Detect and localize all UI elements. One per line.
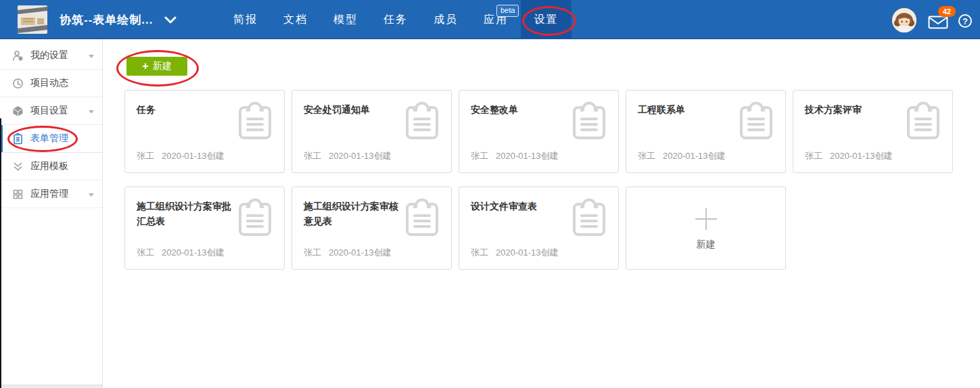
card-created: 2020-01-13创建 xyxy=(329,151,392,161)
beta-badge: beta xyxy=(496,5,519,17)
sidebar-item-app-management[interactable]: 应用管理 xyxy=(0,180,102,208)
card-meta: 张工2020-01-13创建 xyxy=(137,247,225,259)
app-window: 协筑--表单绘制... 简报 文档 模型 任务 成员 应用 设置 beta xyxy=(0,0,980,388)
form-icon xyxy=(12,133,24,145)
help-button[interactable]: ? xyxy=(958,14,972,28)
card-created: 2020-01-13创建 xyxy=(496,151,559,161)
sidebar-item-project-activity[interactable]: 项目动态 xyxy=(0,70,102,97)
project-title: 协筑--表单绘制... xyxy=(60,12,154,28)
card-meta: 张工2020-01-13创建 xyxy=(471,247,559,259)
clipboard-icon xyxy=(572,198,606,239)
card-meta: 张工2020-01-13创建 xyxy=(304,150,392,162)
form-card-safety-rectification[interactable]: 安全整改单 张工2020-01-13创建 xyxy=(459,90,619,173)
settings-sidebar: 我的设置 项目动态 项目设置 表单管理 xyxy=(0,39,103,388)
sidebar-item-label: 表单管理 xyxy=(30,132,68,145)
card-title: 施工组织设计方案审核意见表 xyxy=(304,199,405,228)
nav-tab-documents[interactable]: 文档 xyxy=(271,0,321,39)
nav-tab-models[interactable]: 模型 xyxy=(321,0,371,39)
sidebar-item-app-templates[interactable]: 应用模板 xyxy=(0,153,102,180)
form-card-project-contact[interactable]: 工程联系单 张工2020-01-13创建 xyxy=(626,90,786,173)
sidebar-item-label: 应用模板 xyxy=(30,160,68,172)
card-meta: 张工2020-01-13创建 xyxy=(471,150,559,162)
sidebar-scrollbar-track[interactable] xyxy=(0,385,102,388)
card-owner: 张工 xyxy=(471,151,488,161)
card-meta: 张工2020-01-13创建 xyxy=(805,150,893,162)
card-meta: 张工2020-01-13创建 xyxy=(638,150,726,162)
cube-icon xyxy=(12,105,24,117)
form-card-construction-approval-summary[interactable]: 施工组织设计方案审批汇总表 张工2020-01-13创建 xyxy=(124,187,285,270)
plus-icon: + xyxy=(142,61,148,72)
card-title: 安全整改单 xyxy=(471,103,572,118)
form-card-grid: 任务 张工2020-01-13创建 安全处罚通知单 张工2020-01-13创建… xyxy=(124,90,970,270)
card-title: 施工组织设计方案审批汇总表 xyxy=(137,199,238,228)
window-left-edge xyxy=(0,118,1,388)
sidebar-item-label: 应用管理 xyxy=(30,188,68,200)
project-logo[interactable] xyxy=(18,5,47,34)
new-form-button[interactable]: + 新建 xyxy=(126,57,187,76)
card-created: 2020-01-13创建 xyxy=(329,247,392,258)
building-model-thumbnail xyxy=(18,5,47,34)
sidebar-item-my-settings[interactable]: 我的设置 xyxy=(0,42,102,70)
card-owner: 张工 xyxy=(304,151,321,161)
card-meta: 张工2020-01-13创建 xyxy=(304,247,392,259)
avatar-image xyxy=(892,8,916,32)
question-mark-icon: ? xyxy=(962,16,968,26)
sidebar-item-label: 我的设置 xyxy=(30,49,68,62)
caret-down-icon xyxy=(89,193,94,197)
clipboard-icon xyxy=(739,101,773,142)
card-owner: 张工 xyxy=(805,151,822,161)
chevron-down-icon xyxy=(164,16,177,24)
clipboard-icon xyxy=(405,198,439,239)
mail-icon xyxy=(928,16,948,29)
card-created: 2020-01-13创建 xyxy=(663,151,726,161)
nav-tab-settings[interactable]: 设置 xyxy=(521,0,571,39)
clipboard-icon xyxy=(572,101,606,142)
nav-tab-members[interactable]: 成员 xyxy=(421,0,471,39)
form-card-tech-review[interactable]: 技术方案评审 张工2020-01-13创建 xyxy=(793,90,953,173)
sidebar-item-project-settings[interactable]: 项目设置 xyxy=(0,97,102,125)
card-title: 设计文件审查表 xyxy=(471,199,572,214)
card-meta: 张工2020-01-13创建 xyxy=(137,150,225,162)
form-card-design-file-review[interactable]: 设计文件审查表 张工2020-01-13创建 xyxy=(459,187,619,270)
new-button-label: 新建 xyxy=(153,60,172,72)
clock-icon xyxy=(12,78,24,89)
new-form-card[interactable]: 新建 xyxy=(626,187,786,270)
plus-icon xyxy=(693,206,719,232)
nav-tab-tasks[interactable]: 任务 xyxy=(371,0,421,39)
card-owner: 张工 xyxy=(304,247,321,258)
nav-tab-briefing[interactable]: 简报 xyxy=(220,0,271,39)
card-owner: 张工 xyxy=(471,247,488,258)
card-title: 任务 xyxy=(137,103,238,118)
caret-down-icon xyxy=(89,110,94,114)
clipboard-icon xyxy=(238,198,272,239)
user-settings-icon xyxy=(12,50,24,62)
user-avatar[interactable] xyxy=(892,8,916,32)
card-created: 2020-01-13创建 xyxy=(830,151,893,161)
caret-down-icon xyxy=(89,55,94,58)
card-title: 技术方案评审 xyxy=(805,103,906,118)
form-card-safety-penalty[interactable]: 安全处罚通知单 张工2020-01-13创建 xyxy=(291,90,452,173)
double-chevron-icon xyxy=(12,161,24,172)
main-nav: 简报 文档 模型 任务 成员 应用 设置 xyxy=(220,0,571,39)
unread-count-badge: 42 xyxy=(938,6,956,17)
card-owner: 张工 xyxy=(638,151,655,161)
sidebar-item-label: 项目动态 xyxy=(30,77,68,89)
top-header-bar: 协筑--表单绘制... 简报 文档 模型 任务 成员 应用 设置 beta xyxy=(0,0,980,39)
card-title: 工程联系单 xyxy=(638,103,739,118)
card-created: 2020-01-13创建 xyxy=(496,247,559,258)
messages-button[interactable] xyxy=(928,16,948,29)
grid-icon xyxy=(12,189,24,200)
clipboard-icon xyxy=(906,101,940,142)
card-owner: 张工 xyxy=(137,151,154,161)
project-switcher[interactable]: 协筑--表单绘制... xyxy=(60,0,177,39)
clipboard-icon xyxy=(405,101,439,142)
sidebar-item-form-management[interactable]: 表单管理 xyxy=(0,125,102,153)
form-card-construction-review-opinion[interactable]: 施工组织设计方案审核意见表 张工2020-01-13创建 xyxy=(291,187,452,270)
sidebar-item-label: 项目设置 xyxy=(30,105,68,117)
card-owner: 张工 xyxy=(137,247,154,258)
form-card-task[interactable]: 任务 张工2020-01-13创建 xyxy=(124,90,285,173)
card-created: 2020-01-13创建 xyxy=(162,247,225,258)
new-card-label: 新建 xyxy=(697,239,716,251)
card-created: 2020-01-13创建 xyxy=(162,151,225,161)
card-title: 安全处罚通知单 xyxy=(304,103,405,118)
